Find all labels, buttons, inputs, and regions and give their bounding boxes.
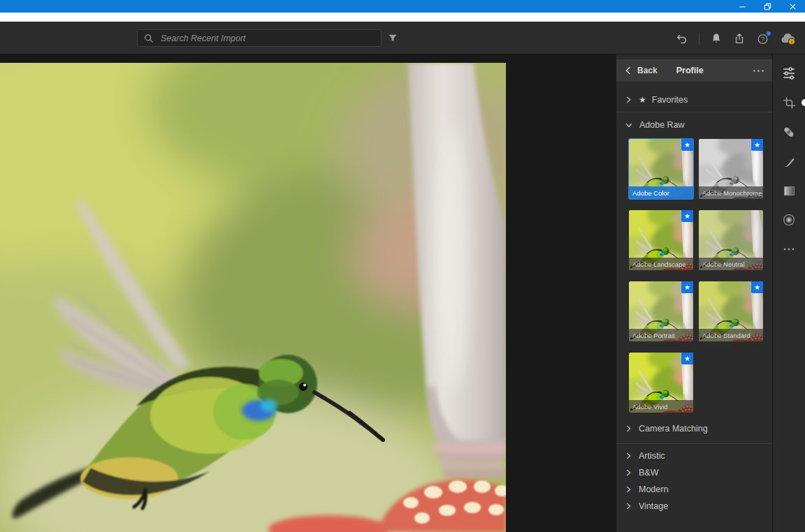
back-button[interactable]: Back (637, 66, 658, 75)
group-artistic[interactable]: Artistic (616, 448, 772, 464)
search-icon (143, 33, 154, 44)
ellipsis-icon (782, 246, 796, 252)
profile-tile[interactable]: ★Adobe Standard (699, 281, 763, 341)
star-badge[interactable]: ★ (681, 281, 693, 293)
photo-canvas[interactable] (0, 63, 506, 532)
profile-label: Adobe Standard (699, 329, 763, 341)
profile-tile[interactable]: Adobe Neutral (699, 210, 763, 270)
search-input[interactable] (159, 33, 375, 44)
group-label: Artistic (639, 451, 665, 461)
undo-button[interactable] (675, 32, 688, 45)
crop-tool-button[interactable] (781, 94, 797, 111)
panel-header: Back Profile (616, 59, 772, 82)
group-label: Favorites (652, 95, 688, 105)
minimize-icon (739, 3, 746, 10)
close-button[interactable] (780, 0, 805, 13)
minimize-button[interactable] (730, 0, 755, 13)
panel-title: Profile (676, 66, 704, 75)
cloud-sync-button[interactable]: ! (780, 31, 797, 45)
help-notification-dot (766, 31, 771, 36)
edit-tool-rail (772, 54, 805, 532)
profile-tile[interactable]: ★Adobe Portrait (629, 281, 693, 341)
window-titlebar (0, 0, 805, 13)
chevron-right-icon (625, 469, 632, 476)
radial-gradient-icon (781, 212, 797, 228)
group-favorites[interactable]: ★ Favorites (616, 88, 772, 112)
linear-gradient-tool-button[interactable] (781, 182, 797, 199)
profile-label: Adobe Color (629, 186, 693, 199)
profile-tile[interactable]: ★Adobe Landscape (629, 210, 693, 270)
panel-more-menu[interactable] (753, 70, 764, 72)
star-badge[interactable]: ★ (751, 139, 763, 151)
radial-gradient-tool-button[interactable] (781, 212, 797, 228)
profile-label: Adobe Vivid (629, 400, 693, 413)
group-adobe-raw[interactable]: Adobe Raw (616, 112, 772, 138)
group-vintage[interactable]: Vintage (616, 498, 772, 515)
divider (616, 443, 772, 444)
close-icon (789, 3, 797, 10)
bell-icon (710, 32, 723, 45)
group-bw[interactable]: B&W (616, 464, 772, 481)
star-badge[interactable]: ★ (681, 353, 693, 364)
group-camera-matching[interactable]: Camera Matching (616, 417, 772, 441)
profile-label: Adobe Portrait (629, 329, 693, 341)
chevron-left-icon[interactable] (625, 66, 631, 75)
profile-tile[interactable]: ★Adobe Color (629, 139, 693, 199)
menu-strip (0, 13, 805, 22)
sliders-icon (781, 66, 797, 81)
help-button[interactable]: ? (756, 32, 769, 45)
chevron-down-icon (625, 122, 632, 128)
share-button[interactable] (733, 32, 746, 45)
profile-label: Adobe Neutral (699, 258, 763, 270)
svg-text:!: ! (791, 39, 793, 45)
star-badge[interactable]: ★ (751, 281, 763, 293)
profile-tile[interactable]: ★Adobe Vivid (629, 353, 693, 413)
group-modern[interactable]: Modern (616, 481, 772, 498)
group-label: Camera Matching (639, 424, 708, 434)
undo-icon (675, 32, 688, 45)
chevron-right-icon (625, 503, 632, 510)
toolbar-separator (699, 33, 699, 45)
notifications-button[interactable] (710, 32, 723, 45)
linear-gradient-icon (782, 184, 797, 198)
cloud-icon: ! (780, 31, 797, 45)
search-box[interactable] (137, 29, 382, 47)
profile-panel: Back Profile ★ Favorites Adobe Raw ★Adob… (616, 54, 772, 532)
brush-icon (782, 154, 797, 169)
group-label: Modern (639, 485, 668, 494)
star-badge[interactable]: ★ (681, 210, 693, 222)
profiles-grid: ★Adobe Color★Adobe Monochrome★Adobe Land… (616, 138, 772, 413)
tool-indicator-dot (802, 99, 805, 106)
chevron-right-icon (625, 96, 632, 103)
restore-button[interactable] (755, 0, 780, 13)
star-badge[interactable]: ★ (681, 139, 693, 151)
healing-tool-button[interactable] (781, 124, 797, 140)
lightroom-window: ? ! Back Prof (0, 0, 805, 532)
healing-bandaid-icon (781, 124, 797, 140)
filter-icon[interactable] (386, 32, 399, 44)
chevron-right-icon (625, 486, 632, 493)
brush-tool-button[interactable] (781, 153, 797, 170)
main-content: Back Profile ★ Favorites Adobe Raw ★Adob… (0, 54, 805, 532)
edit-tool-button[interactable] (781, 65, 797, 82)
crop-icon (782, 96, 797, 110)
profile-label: Adobe Landscape (629, 258, 693, 270)
restore-icon (764, 3, 771, 10)
more-tools-button[interactable] (781, 241, 797, 258)
group-label: Adobe Raw (639, 120, 685, 130)
top-toolbar: ? ! (0, 22, 805, 54)
group-label: B&W (639, 468, 658, 478)
favorites-star-icon: ★ (639, 96, 646, 104)
hummingbird-photo (0, 63, 506, 532)
group-label: Vintage (639, 501, 668, 511)
profile-label: Adobe Monochrome (699, 186, 763, 199)
profile-tile[interactable]: ★Adobe Monochrome (699, 139, 763, 199)
svg-text:?: ? (761, 36, 764, 43)
chevron-right-icon (625, 452, 632, 459)
share-icon (733, 32, 746, 45)
chevron-right-icon (625, 425, 632, 432)
